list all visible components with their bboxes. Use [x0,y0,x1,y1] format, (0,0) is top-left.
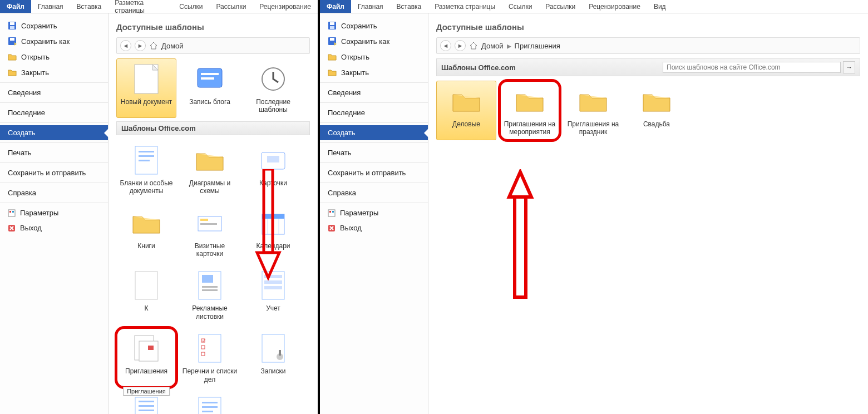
template-tile-запись-блога[interactable]: Запись блога [180,58,240,118]
breadcrumb-invitations[interactable]: Приглашения [515,42,560,50]
svg-rect-24 [262,214,284,219]
template-tile-календари[interactable]: Календари [243,203,303,262]
template-tile-инф-ые[interactable]: Инф ые [180,391,240,414]
svg-rect-48 [139,401,154,402]
svg-rect-35 [264,280,282,284]
svg-rect-17 [139,160,150,161]
ribbon-tab-layout[interactable]: Разметка страницы [428,0,502,13]
ribbon-tab-refs[interactable]: Ссылки [172,0,209,13]
template-tile-новый-документ[interactable]: Новый документ [116,58,176,118]
ribbon-tab-refs[interactable]: Ссылки [502,0,539,13]
sidebar-new[interactable]: Создать [0,125,108,140]
template-tile-деловые[interactable]: Деловые [436,81,496,140]
svg-rect-7 [12,211,14,213]
sidebar-info[interactable]: Сведения [0,85,108,100]
sidebar-help[interactable]: Справка [0,185,108,200]
home-icon[interactable] [149,41,158,50]
svg-rect-28 [135,272,157,299]
folder-icon [576,85,610,118]
search-go-button[interactable]: → [843,61,855,73]
sidebar-print[interactable]: Печать [0,145,108,160]
tile-label: Учет [266,304,280,320]
sidebar-options[interactable]: Параметры [0,205,108,220]
tile-label: Приглашения [125,367,167,383]
tile-label: Карточки [259,179,287,195]
label: Печать [8,149,32,157]
nav-back-button[interactable]: ◄ [440,40,451,51]
template-tile-рекламные-листовки[interactable]: Рекламные листовки [180,265,240,324]
sidebar-share[interactable]: Сохранить и отправить [0,165,108,180]
template-tile-диаграммы-и-схемы[interactable]: Диаграммы и схемы [180,140,240,199]
sidebar-save[interactable]: Сохранить [0,18,108,33]
sidebar-options[interactable]: Параметры [320,205,428,220]
template-tile-записки[interactable]: Записки [243,328,303,387]
sidebar-info[interactable]: Сведения [320,85,428,100]
sidebar-print[interactable]: Печать [320,145,428,160]
ribbon-tab-home[interactable]: Главная [351,0,390,13]
template-tile-свадьба[interactable]: Свадьба [627,81,687,140]
exit-icon [328,224,336,232]
svg-rect-15 [139,151,154,152]
svg-rect-46 [279,350,281,356]
sidebar-recent[interactable]: Последние [320,105,428,120]
ribbon-tab-insert[interactable]: Вставка [390,0,428,13]
ribbon-tab-mail[interactable]: Рассылки [209,0,253,13]
ribbon-tab-review[interactable]: Рецензирование [582,0,647,13]
sidebar-recent[interactable]: Последние [0,105,108,120]
sidebar-close[interactable]: Закрыть [320,65,428,80]
template-tile-учет[interactable]: Учет [243,265,303,324]
svg-rect-64 [332,211,334,213]
sidebar-save-as[interactable]: Сохранить как [320,33,428,49]
sidebar-open[interactable]: Открыть [320,49,428,65]
ribbon-tab-view[interactable]: Вид [647,0,673,13]
label: Параметры [20,209,58,217]
protocol-icon [130,395,163,414]
template-tile-приглашения-на-мероприятия[interactable]: Приглашения на мероприятия [500,81,560,140]
ribbon-tab-layout[interactable]: Разметка страницы [108,0,172,13]
label: Сведения [8,88,41,97]
sidebar-close[interactable]: Закрыть [0,65,108,80]
template-tile-бланки-и-особые-документы[interactable]: Бланки и особые документы [116,140,176,199]
template-tile-к[interactable]: К [116,265,176,324]
template-tile-последние-шаблоны[interactable]: Последние шаблоны [243,58,303,118]
sidebar-save[interactable]: Сохранить [320,18,428,33]
home-icon[interactable] [469,41,478,50]
label: Открыть [341,53,369,61]
sidebar-save-as[interactable]: Сохранить как [0,33,108,49]
note-icon [257,332,290,365]
sidebar-open[interactable]: Открыть [0,49,108,65]
label: Сведения [328,88,361,97]
nav-fwd-button[interactable]: ► [455,40,466,51]
template-tile-визитные-карточки[interactable]: Визитные карточки [180,203,240,262]
templates-search-input[interactable] [663,62,841,73]
flyer-icon [193,269,226,302]
template-tile-протоколы[interactable]: Протоколы [116,391,176,414]
template-tile-книги[interactable]: Книги [116,203,176,262]
template-tile-карточки[interactable]: Карточки [243,140,303,199]
ribbon-tab-mail[interactable]: Рассылки [539,0,582,13]
breadcrumb-home[interactable]: Домой [481,42,504,50]
sidebar-new[interactable]: Создать [320,125,428,140]
nav-fwd-button[interactable]: ► [135,40,146,51]
svg-rect-16 [139,155,154,157]
template-tile-приглашения-на-праздник[interactable]: Приглашения на праздник [563,81,623,140]
svg-rect-2 [10,26,14,29]
tile-label: Визитные карточки [181,242,238,258]
sidebar-exit[interactable]: Выход [0,220,108,235]
template-tile-перечни-и-списки-дел[interactable]: Перечни и списки дел [180,328,240,387]
svg-rect-36 [264,286,282,289]
label: Сохранить и отправить [328,169,406,177]
open-folder-icon [328,52,337,61]
sidebar-exit[interactable]: Выход [320,220,428,235]
template-tile-приглашения[interactable]: ПриглашенияПриглашения [116,328,176,387]
ribbon-tab-file[interactable]: Файл [320,0,351,13]
breadcrumb-home[interactable]: Домой [161,42,184,50]
sidebar-help[interactable]: Справка [320,185,428,200]
ribbon-tab-file[interactable]: Файл [0,0,31,13]
label: Закрыть [21,68,49,77]
ribbon-tab-review[interactable]: Рецензирование [253,0,318,13]
nav-back-button[interactable]: ◄ [120,40,131,51]
sidebar-share[interactable]: Сохранить и отправить [320,165,428,180]
ribbon-tab-insert[interactable]: Вставка [70,0,108,13]
ribbon-tab-home[interactable]: Главная [31,0,70,13]
